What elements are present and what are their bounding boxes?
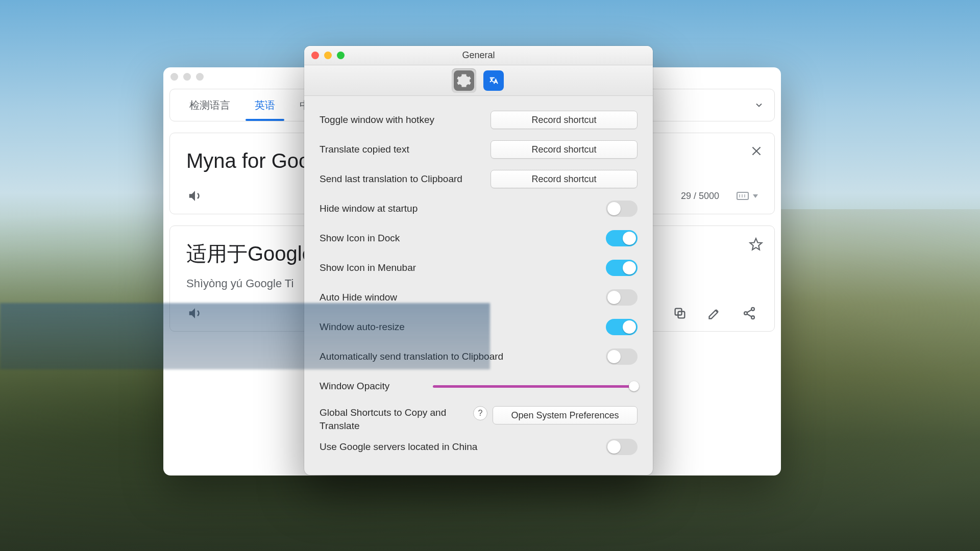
target-lang-more-icon[interactable] bbox=[754, 100, 764, 110]
keyboard-icon[interactable] bbox=[737, 192, 749, 200]
label-auto-clipboard: Automatically send translation to Clipbo… bbox=[320, 351, 606, 362]
row-show-dock: Show Icon in Dock bbox=[320, 223, 638, 253]
row-toggle-hotkey: Toggle window with hotkey Record shortcu… bbox=[320, 105, 638, 135]
preferences-window: General Toggle window with hotkey Record… bbox=[304, 46, 653, 475]
clear-input-icon[interactable] bbox=[750, 144, 763, 158]
switch-show-menubar[interactable] bbox=[606, 260, 638, 276]
source-lang-tabs: 检测语言 英语 中 bbox=[170, 89, 322, 121]
row-hide-startup: Hide window at startup bbox=[320, 194, 638, 223]
label-china-servers: Use Google servers located in China bbox=[320, 441, 606, 453]
traffic-light-zoom[interactable] bbox=[196, 73, 204, 81]
suggest-edit-icon[interactable] bbox=[706, 305, 723, 322]
opacity-slider[interactable] bbox=[433, 385, 634, 388]
row-auto-clipboard: Automatically send translation to Clipbo… bbox=[320, 342, 638, 371]
svg-line-8 bbox=[747, 310, 752, 312]
label-hide-startup: Hide window at startup bbox=[320, 203, 606, 214]
row-auto-hide: Auto Hide window bbox=[320, 283, 638, 312]
char-count: 29 / 5000 bbox=[681, 191, 719, 202]
label-show-dock: Show Icon in Dock bbox=[320, 233, 606, 244]
row-opacity: Window Opacity bbox=[320, 371, 638, 401]
label-translate-copied: Translate copied text bbox=[320, 144, 491, 155]
svg-line-9 bbox=[747, 314, 752, 316]
label-show-menubar: Show Icon in Menubar bbox=[320, 262, 606, 273]
switch-auto-hide[interactable] bbox=[606, 289, 638, 306]
listen-target-icon[interactable] bbox=[186, 305, 204, 322]
help-icon[interactable]: ? bbox=[473, 406, 487, 420]
source-tab-detect[interactable]: 检测语言 bbox=[177, 89, 242, 121]
svg-point-6 bbox=[744, 312, 747, 315]
copy-translation-icon[interactable] bbox=[671, 305, 689, 322]
general-tab-icon[interactable] bbox=[452, 68, 476, 93]
save-translation-icon[interactable] bbox=[749, 237, 763, 252]
source-tab-english[interactable]: 英语 bbox=[242, 89, 287, 121]
record-shortcut-translate-button[interactable]: Record shortcut bbox=[491, 140, 638, 159]
switch-auto-resize[interactable] bbox=[606, 319, 638, 335]
prefs-toolbar bbox=[304, 65, 653, 96]
share-icon[interactable] bbox=[741, 305, 758, 322]
desktop-wallpaper: 检测语言 英语 中 语 Myna for Google bbox=[0, 0, 980, 551]
target-footer bbox=[186, 305, 758, 322]
prefs-body: Toggle window with hotkey Record shortcu… bbox=[304, 96, 653, 475]
row-translate-copied: Translate copied text Record shortcut bbox=[320, 135, 638, 164]
row-show-menubar: Show Icon in Menubar bbox=[320, 253, 638, 283]
row-send-clipboard: Send last translation to Clipboard Recor… bbox=[320, 164, 638, 194]
traffic-light-minimize[interactable] bbox=[183, 73, 191, 81]
svg-point-5 bbox=[751, 308, 754, 311]
svg-rect-10 bbox=[488, 76, 499, 86]
keyboard-dropdown-icon[interactable] bbox=[753, 194, 758, 198]
record-shortcut-clipboard-button[interactable]: Record shortcut bbox=[491, 170, 638, 188]
switch-hide-startup[interactable] bbox=[606, 201, 638, 217]
row-global-shortcuts: Global Shortcuts to Copy and Translate ?… bbox=[320, 401, 638, 432]
translate-app-icon bbox=[483, 70, 504, 91]
svg-point-7 bbox=[751, 316, 754, 319]
record-shortcut-toggle-button[interactable]: Record shortcut bbox=[491, 111, 638, 129]
row-china-servers: Use Google servers located in China bbox=[320, 432, 638, 462]
open-system-preferences-button[interactable]: Open System Preferences bbox=[493, 406, 638, 424]
row-auto-resize: Window auto-resize bbox=[320, 312, 638, 342]
label-global-shortcuts: Global Shortcuts to Copy and Translate bbox=[320, 406, 473, 432]
label-auto-hide: Auto Hide window bbox=[320, 292, 606, 303]
prefs-title: General bbox=[304, 50, 653, 61]
translate-tab-icon[interactable] bbox=[481, 68, 506, 93]
label-opacity: Window Opacity bbox=[320, 381, 433, 392]
prefs-titlebar: General bbox=[304, 46, 653, 65]
label-send-clipboard: Send last translation to Clipboard bbox=[320, 173, 491, 185]
gear-icon bbox=[454, 70, 474, 91]
switch-china-servers[interactable] bbox=[606, 439, 638, 455]
svg-marker-2 bbox=[750, 238, 762, 249]
opacity-slider-thumb[interactable] bbox=[629, 381, 639, 391]
listen-source-icon[interactable] bbox=[186, 187, 204, 205]
switch-auto-clipboard[interactable] bbox=[606, 348, 638, 365]
traffic-light-close[interactable] bbox=[170, 73, 178, 81]
label-toggle-hotkey: Toggle window with hotkey bbox=[320, 114, 491, 126]
switch-show-dock[interactable] bbox=[606, 230, 638, 246]
label-auto-resize: Window auto-resize bbox=[320, 321, 606, 333]
